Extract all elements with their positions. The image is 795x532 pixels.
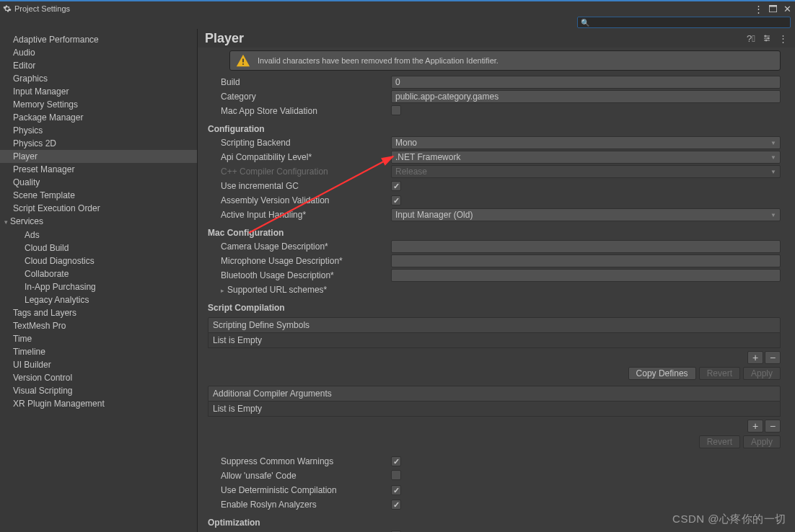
bt-usage-label: Bluetooth Usage Description* [221,270,391,280]
sidebar-item-tags-and-layers[interactable]: Tags and Layers [0,306,197,319]
sidebar-item-player[interactable]: Player [0,150,197,163]
allow-unsafe-label: Allow 'unsafe' Code [221,471,391,481]
svg-point-5 [765,40,767,41]
sidebar-item-cloud-build[interactable]: Cloud Build [0,241,197,254]
gear-icon [3,4,12,13]
content-pane: Player ?⃝ ⋮ Invalid characters have been… [198,29,795,532]
roslyn-checkbox[interactable] [391,500,401,510]
sidebar-item-legacy-analytics[interactable]: Legacy Analytics [0,293,197,306]
define-symbols-list: List is Empty [208,333,781,348]
sidebar-item-physics[interactable]: Physics [0,124,197,137]
svg-rect-7 [242,63,244,65]
mac-validation-checkbox[interactable] [391,105,401,115]
kebab-menu-icon[interactable]: ⋮ [778,33,788,43]
remove-define-button[interactable]: − [765,351,781,364]
deterministic-label: Use Deterministic Compilation [221,485,391,495]
url-schemes-foldout[interactable]: Supported URL schemes* [221,285,391,295]
sidebar-item-memory-settings[interactable]: Memory Settings [0,98,197,111]
sidebar-item-cloud-diagnostics[interactable]: Cloud Diagnostics [0,254,197,267]
scripting-backend-dropdown[interactable]: Mono▼ [391,136,781,149]
remove-arg-button[interactable]: − [765,420,781,433]
api-compat-dropdown[interactable]: .NET Framework▼ [391,151,781,164]
sidebar-item-textmesh-pro[interactable]: TextMesh Pro [0,319,197,332]
close-icon[interactable]: ✕ [782,4,792,14]
optimization-header: Optimization [208,515,781,529]
allow-unsafe-checkbox[interactable] [391,470,401,480]
roslyn-label: Enable Roslyn Analyzers [221,500,391,510]
search-input[interactable] [591,18,787,27]
sidebar-item-audio[interactable]: Audio [0,46,197,59]
incremental-gc-checkbox[interactable] [391,181,401,191]
define-symbols-header: Scripting Define Symbols [208,317,781,333]
sidebar-item-ads[interactable]: Ads [0,229,197,241]
sidebar-item-input-manager[interactable]: Input Manager [0,85,197,98]
sidebar-item-xr-plugin-management[interactable]: XR Plugin Management [0,397,197,410]
sidebar-item-editor[interactable]: Editor [0,59,197,72]
configuration-header: Configuration [208,121,781,136]
kebab-icon[interactable]: ⋮ [753,4,763,14]
bt-usage-input[interactable] [391,269,781,282]
build-input[interactable]: 0 [391,76,781,89]
sidebar-item-visual-scripting[interactable]: Visual Scripting [0,384,197,397]
sidebar-item-package-manager[interactable]: Package Manager [0,111,197,124]
svg-rect-6 [242,59,244,63]
compiler-args-list: List is Empty [208,402,781,417]
sidebar-item-version-control[interactable]: Version Control [0,371,197,384]
sidebar: Adaptive PerformanceAudioEditorGraphicsI… [0,29,198,532]
sidebar-item-ui-builder[interactable]: UI Builder [0,358,197,371]
add-arg-button[interactable]: + [747,420,763,433]
category-input[interactable]: public.app-category.games [391,90,781,103]
api-compat-label: Api Compatibility Level* [221,152,391,162]
deterministic-checkbox[interactable] [391,485,401,495]
sidebar-item-timeline[interactable]: Timeline [0,345,197,358]
title-bar: Project Settings ⋮ 🗖 ✕ [0,0,795,16]
chevron-down-icon: ▼ [770,140,776,146]
sidebar-item-graphics[interactable]: Graphics [0,72,197,85]
search-wrap[interactable]: 🔍 [577,17,791,28]
scripting-backend-label: Scripting Backend [221,138,391,148]
suppress-warnings-checkbox[interactable] [391,456,401,466]
assembly-validation-label: Assembly Version Validation [221,195,391,205]
cpp-compiler-label: C++ Compiler Configuration [221,167,391,177]
input-handling-dropdown[interactable]: Input Manager (Old)▼ [391,208,781,221]
warning-icon [236,53,250,68]
chevron-down-icon: ▼ [770,169,776,175]
sidebar-item-services[interactable]: Services [0,215,197,229]
script-compilation-header: Script Compilation [208,300,781,314]
sidebar-item-preset-manager[interactable]: Preset Manager [0,163,197,176]
sidebar-item-adaptive-performance[interactable]: Adaptive Performance [0,33,197,46]
sidebar-item-collaborate[interactable]: Collaborate [0,267,197,280]
category-label: Category [221,92,391,102]
mac-validation-label: Mac App Store Validation [221,106,391,116]
content-header: Player ?⃝ ⋮ [198,29,795,48]
settings-sliders-icon[interactable] [762,33,772,43]
mic-usage-label: Microphone Usage Description* [221,256,391,266]
sidebar-item-scene-template[interactable]: Scene Template [0,189,197,202]
sidebar-item-time[interactable]: Time [0,332,197,345]
svg-point-4 [768,37,769,39]
chevron-down-icon: ▼ [770,212,776,218]
maximize-icon[interactable]: 🗖 [768,4,778,14]
window-controls: ⋮ 🗖 ✕ [753,4,792,14]
sidebar-item-physics-2d[interactable]: Physics 2D [0,137,197,150]
sidebar-item-in-app-purchasing[interactable]: In-App Purchasing [0,280,197,293]
apply-defines-button: Apply [743,367,781,380]
sidebar-item-quality[interactable]: Quality [0,176,197,189]
apply-args-button: Apply [743,435,781,448]
add-define-button[interactable]: + [747,351,763,364]
page-title: Player [205,31,746,46]
search-bar: 🔍 [0,16,795,29]
camera-usage-input[interactable] [391,240,781,253]
input-handling-label: Active Input Handling* [221,210,391,220]
mic-usage-input[interactable] [391,254,781,267]
revert-args-button: Revert [699,435,740,448]
help-icon[interactable]: ?⃝ [746,33,756,43]
chevron-down-icon: ▼ [770,154,776,161]
camera-usage-label: Camera Usage Description* [221,241,391,252]
assembly-validation-checkbox[interactable] [391,195,401,205]
copy-defines-button[interactable]: Copy Defines [628,367,696,380]
compiler-args-header: Additional Compiler Arguments [208,386,781,402]
warning-message: Invalid characters have been removed fro… [229,50,781,71]
sidebar-item-script-execution-order[interactable]: Script Execution Order [0,202,197,215]
search-icon: 🔍 [581,19,589,27]
